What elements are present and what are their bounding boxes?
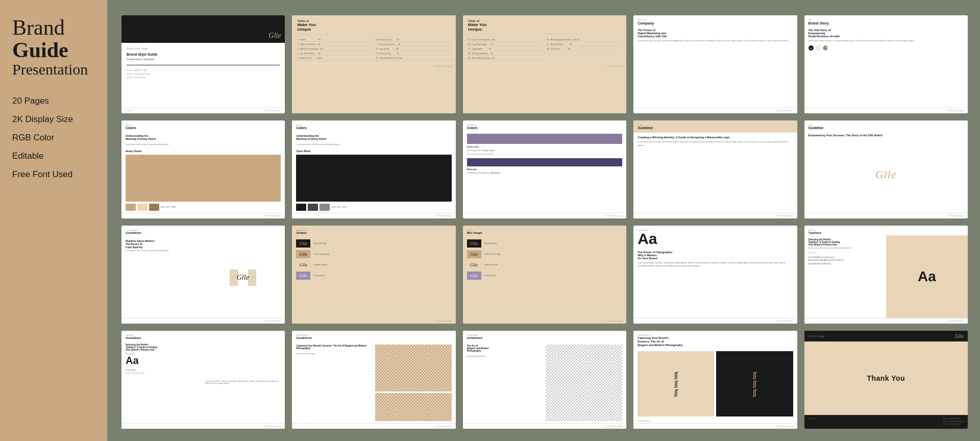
slide-colors2[interactable]: Brand Colors Understanding theMeaning of… bbox=[292, 120, 455, 218]
slide-photo1[interactable]: Photography Guidelines Capturing Your Br… bbox=[292, 331, 455, 429]
story-text: Lorem ipsum dolor sit amet, consectetur … bbox=[808, 39, 964, 42]
slide-logo-color[interactable]: Logo Color Unique Glle Brand Identity Gl… bbox=[292, 226, 455, 324]
tf-subtitle: Selecting the PerfectTypeface: A Guide t… bbox=[126, 344, 201, 351]
lm-body: Glle Brand Identity Glle Color Psycholog… bbox=[463, 237, 626, 318]
toc2-header: Table of Make YouUnique bbox=[463, 15, 626, 34]
main-content: Glle Brand Style Guide Brand Style Guide… bbox=[107, 0, 980, 441]
slide-secondary-colors[interactable]: Secondary Colors Dusky Color The Tranqui… bbox=[463, 120, 626, 218]
sidebar-title-line1: Brand bbox=[12, 16, 97, 39]
slide-typeface[interactable]: Typeface Guidelines Selecting the Perfec… bbox=[121, 331, 285, 429]
lm-logo1: Glle bbox=[467, 239, 481, 248]
tf-right-text: Lorem ipsum dolor sit amet, consectetur … bbox=[205, 380, 281, 384]
ls-text: Lorem ipsum dolor sit amet, consectetur … bbox=[126, 250, 202, 252]
slide-logo-guide1[interactable]: Logo Guideline Creating a Winning Identi… bbox=[633, 120, 797, 218]
feature-editable: Editable bbox=[12, 151, 97, 161]
ls-logo: Glle bbox=[237, 274, 249, 282]
secondary-body: Dusky Color The Tranquil Hue of Dusky Ci… bbox=[463, 132, 626, 213]
ty-text: Lorem ipsum dolor sit amet, consectetur … bbox=[638, 261, 793, 268]
cover-footer: Contact Us 01 · 2024-2025 Copyright bbox=[121, 108, 285, 113]
icon-circle-3: G bbox=[823, 45, 828, 51]
sidebar-title-line3: Presentation bbox=[12, 61, 97, 78]
lm-title: Mix Usage bbox=[467, 231, 622, 235]
pf-header: Primary Typeface bbox=[804, 226, 968, 235]
bp-footer-label: Brand Patterns bbox=[633, 419, 797, 423]
toc1-item9: 9 Primary Logo 09 bbox=[376, 51, 451, 56]
slide-logo-misuse[interactable]: Logo Mix Usage Glle Brand Identity Glle … bbox=[463, 226, 626, 324]
toc1-item2: 2 Table of Content 02 bbox=[297, 42, 372, 46]
slides-grid: Glle Brand Style Guide Brand Style Guide… bbox=[121, 15, 968, 429]
tf-right: Lorem ipsum dolor sit amet, consectetur … bbox=[205, 344, 281, 421]
cover-divider bbox=[127, 65, 280, 65]
ph2-title: Guidelines bbox=[467, 336, 622, 340]
colors2-text: Lorem ipsum dolor sit amet, consectetur … bbox=[296, 143, 451, 145]
lc-footer: 12 · 2024-2025 Copyright bbox=[292, 318, 455, 324]
slide-toc1[interactable]: Table of Make YouUnique 1 Cover 01 2 Tab… bbox=[292, 15, 455, 113]
feature-color: RGB Color bbox=[12, 133, 97, 143]
slide-photo2[interactable]: Photography Guidelines The Art ofElegant… bbox=[463, 331, 626, 429]
ph2-header: Photography Guidelines bbox=[463, 331, 626, 342]
story-footer: 05 · 2024-2025 Copyright bbox=[804, 108, 968, 113]
lm-desc3: Limited Palette bbox=[484, 263, 498, 266]
tf-left: Selecting the PerfectTypeface: A Guide t… bbox=[126, 344, 201, 421]
pattern2: ʃʃʃʃʃʃ bbox=[716, 351, 793, 416]
slide-logo-guide2[interactable]: Logo Guideline Empowering Your Success: … bbox=[804, 120, 968, 218]
story-icons: ● G G bbox=[808, 45, 964, 51]
ls-header: Logo Spacing Guidelines bbox=[121, 226, 285, 237]
ph1-footer: 17 · 2024-2025 Copyright bbox=[292, 423, 455, 429]
colors1-swatch-label: Honey Peach bbox=[126, 150, 281, 153]
ls-corner-br bbox=[248, 278, 256, 286]
toc1-item3: 3 About Our Company 04 bbox=[297, 46, 372, 51]
lm-logo4: Glle bbox=[467, 272, 481, 280]
tf-sample: Regular · Bold · Italic · Light bbox=[126, 372, 201, 374]
colors1-title: Colors bbox=[126, 126, 281, 130]
slide-brand-story[interactable]: Our Brand Story The Glle Story ofEmpower… bbox=[804, 15, 968, 113]
slide-typography[interactable]: Typography Aa The Power of Typography:Wh… bbox=[633, 226, 797, 324]
pf-title: Typeface bbox=[808, 231, 964, 234]
ty-body-dark: Thank You bbox=[804, 341, 968, 415]
slide-patterns[interactable]: Brand Patterns Capturing Your Brand'sEss… bbox=[633, 331, 797, 429]
ty-big-aa: Aa bbox=[638, 231, 793, 247]
color-block-martinique bbox=[467, 158, 622, 166]
icon-circle-1: ● bbox=[808, 45, 814, 51]
colors2-swatch-row: RGB / HEX / CMYK bbox=[296, 204, 451, 211]
colors1-text: Lorem ipsum dolor sit amet, consectetur … bbox=[126, 143, 281, 145]
slide-colors1[interactable]: Brand Colors Understanding theMeaning of… bbox=[121, 120, 285, 218]
toc2-item8: 18 Thank You 20 bbox=[547, 46, 621, 51]
ph1-subtitle: Capturing Your Brand's Essence: The Art … bbox=[296, 345, 373, 350]
sidebar-title-line2: Guide bbox=[12, 39, 97, 61]
pf-right-content: Aa bbox=[918, 268, 936, 285]
toc2-item4: 14 Primary Typeface 15 bbox=[468, 51, 543, 56]
colors2-swatch-label: Clavo Black bbox=[296, 150, 451, 153]
feature-font: Free Font Used bbox=[12, 169, 97, 180]
slide-primary-font[interactable]: Primary Typeface Selecting the PerfectTy… bbox=[804, 226, 968, 324]
colors1-swatch-row: RGB / HEX / CMYK bbox=[126, 204, 281, 211]
about-subtitle: The Power ofDigital Marketing andConsult… bbox=[638, 29, 793, 38]
slide-thank-you[interactable]: 2024-2025 Copyright Glle Thank You Conta… bbox=[804, 331, 968, 429]
ty-contact-details: Phone (123) 456 789 Email info@website.h… bbox=[943, 418, 964, 426]
toc1-footer: 02 · 2024-2025 Copyright bbox=[292, 63, 455, 69]
slide-logo-spacing[interactable]: Logo Spacing Guidelines Negative Space M… bbox=[121, 226, 285, 324]
lc-row4: Glle Consistency bbox=[296, 272, 451, 280]
ph2-subtitle: The Art ofElegant and ModernPhotography bbox=[467, 345, 544, 352]
ls-right: Glle bbox=[205, 239, 281, 316]
colors2-swatch-main bbox=[296, 155, 451, 202]
lm-row3: Glle Limited Palette bbox=[467, 261, 622, 269]
colors2-footer: 07 · 2024-2025 Copyright bbox=[292, 213, 455, 218]
secondary-title: Colors bbox=[467, 126, 622, 130]
swatch-gray bbox=[308, 204, 318, 211]
swatch-values: RGB / HEX / CMYK bbox=[161, 206, 177, 208]
swatch-honey bbox=[126, 204, 136, 211]
ph1-text: Lorem ipsum dolor sit amet. bbox=[296, 353, 373, 355]
story-header: Our Brand Story bbox=[804, 15, 968, 29]
colors2-body: Understanding theMeaning of Honey Peach … bbox=[292, 132, 455, 213]
ty-header-dark: 2024-2025 Copyright Glle bbox=[804, 331, 968, 341]
feature-display: 2K Display Size bbox=[12, 114, 97, 125]
slide-about[interactable]: About Our Company The Power ofDigital Ma… bbox=[633, 15, 797, 113]
ls-logo-container: Glle bbox=[230, 270, 256, 286]
tf-footer: 16 · 2024-2025 Copyright bbox=[121, 423, 285, 429]
slide-toc2[interactable]: Table of Make YouUnique 11 Logo Color Va… bbox=[463, 15, 626, 113]
tf-styles: Font Styles bbox=[126, 369, 201, 371]
slide-cover[interactable]: Glle Brand Style Guide Brand Style Guide… bbox=[121, 15, 285, 113]
ty-logo: Glle bbox=[955, 333, 964, 339]
swatch-black bbox=[296, 204, 306, 211]
